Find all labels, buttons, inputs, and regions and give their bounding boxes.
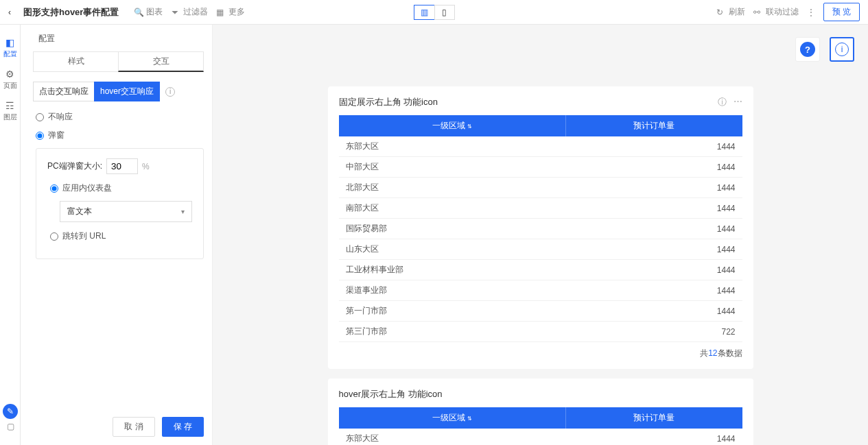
desktop-icon: ▥ xyxy=(421,8,428,17)
interaction-subtabs: 点击交互响应 hover交互响应 i xyxy=(33,82,204,101)
chevron-down-icon: ▾ xyxy=(181,208,185,215)
mobile-device-button[interactable]: ▯ xyxy=(434,5,455,20)
cell-value: 1444 xyxy=(566,239,742,260)
col-orders[interactable]: 预计订单量 xyxy=(566,407,742,429)
sort-icon: ⇅ xyxy=(467,123,472,130)
overflow-menu-icon[interactable]: ⋮ xyxy=(807,8,815,17)
table-row[interactable]: 国际贸易部1444 xyxy=(339,219,742,239)
question-icon: ? xyxy=(800,42,815,57)
layers-icon: ☶ xyxy=(1,100,20,111)
popup-size-row: PC端弹窗大小: % xyxy=(47,158,192,174)
cell-region: 东部大区 xyxy=(339,136,566,157)
refresh-button[interactable]: ↻刷新 xyxy=(716,6,745,18)
help-floating-button[interactable]: ? xyxy=(795,37,820,62)
table-row[interactable]: 山东大区1444 xyxy=(339,239,742,260)
col-region[interactable]: 一级区域⇅ xyxy=(339,407,566,429)
config-tabs: 样式 交互 xyxy=(33,51,204,72)
canvas-area: ? i 固定展示右上角 功能icon ⓘ ⋯ 一级区域⇅ 预计订单量 东部大区1… xyxy=(213,25,868,445)
link-filter-button[interactable]: ⚯联动过滤 xyxy=(753,6,799,18)
cell-region: 北部大区 xyxy=(339,178,566,198)
cell-region: 第三门市部 xyxy=(339,322,566,342)
cancel-button[interactable]: 取 消 xyxy=(113,417,154,437)
sidenav-config[interactable]: ◧配置 xyxy=(1,37,20,59)
page-title: 图形支持hover事件配置 xyxy=(23,6,119,19)
table-row[interactable]: 工业材料事业部1444 xyxy=(339,260,742,280)
total-row: 共12条数据 xyxy=(339,342,742,359)
cell-value: 1444 xyxy=(566,301,742,322)
link-icon: ⚯ xyxy=(753,8,763,17)
cell-region: 南部大区 xyxy=(339,198,566,219)
table-row[interactable]: 第三门市部722 xyxy=(339,322,742,342)
table-row[interactable]: 东部大区1444 xyxy=(339,136,742,157)
cell-value: 1444 xyxy=(566,280,742,301)
sidenav-page[interactable]: ⚙页面 xyxy=(1,69,20,91)
table-row[interactable]: 南部大区1444 xyxy=(339,198,742,219)
widget-more-icon[interactable]: ⋯ xyxy=(734,96,742,108)
filter-icon: ⏷ xyxy=(171,8,180,17)
back-icon[interactable]: ‹ xyxy=(8,8,19,17)
subtab-click[interactable]: 点击交互响应 xyxy=(33,82,94,101)
info-circle-icon: i xyxy=(835,43,849,56)
widget-fixed-icons: 固定展示右上角 功能icon ⓘ ⋯ 一级区域⇅ 预计订单量 东部大区1444中… xyxy=(328,86,753,369)
cell-value: 1444 xyxy=(566,260,742,280)
table-row[interactable]: 东部大区1444 xyxy=(339,429,742,445)
refresh-icon: ↻ xyxy=(716,8,726,17)
tab-interact[interactable]: 交互 xyxy=(118,51,204,72)
preview-button[interactable]: 预 览 xyxy=(823,3,860,21)
popup-size-label: PC端弹窗大小: xyxy=(47,160,102,172)
widget-hover-icons: hover展示右上角 功能icon 一级区域⇅ 预计订单量 东部大区1444中部… xyxy=(328,378,753,445)
book-icon[interactable]: ▢ xyxy=(3,419,18,434)
cell-value: 1444 xyxy=(566,219,742,239)
table-row[interactable]: 中部大区1444 xyxy=(339,157,742,178)
cell-value: 1444 xyxy=(566,429,742,445)
subtab-hover[interactable]: hover交互响应 xyxy=(94,82,160,101)
cell-value: 722 xyxy=(566,322,742,342)
more-button[interactable]: ▦更多 xyxy=(216,6,245,18)
cell-region: 国际贸易部 xyxy=(339,219,566,239)
filter-button[interactable]: ⏷过滤器 xyxy=(171,6,208,18)
cell-region: 渠道事业部 xyxy=(339,280,566,301)
cell-region: 第一门市部 xyxy=(339,301,566,322)
widget-title: hover展示右上角 功能icon xyxy=(339,388,443,400)
cell-value: 1444 xyxy=(566,198,742,219)
widget-info-icon[interactable]: ⓘ xyxy=(718,96,727,108)
save-button[interactable]: 保 存 xyxy=(162,417,204,437)
data-table-1: 一级区域⇅ 预计订单量 东部大区1444中部大区1444北部大区1444南部大区… xyxy=(339,115,742,342)
cell-value: 1444 xyxy=(566,136,742,157)
richtext-select[interactable]: 富文本▾ xyxy=(60,201,192,222)
chart-button[interactable]: 🔍图表 xyxy=(134,6,163,18)
table-row[interactable]: 北部大区1444 xyxy=(339,178,742,198)
config-panel: 配置 样式 交互 点击交互响应 hover交互响应 i 不响应 弹窗 PC端弹窗… xyxy=(21,25,213,445)
radio-no-response[interactable]: 不响应 xyxy=(33,111,204,123)
info-icon[interactable]: i xyxy=(165,87,175,97)
more-apps-icon: ▦ xyxy=(216,8,226,17)
side-nav: ◧配置 ⚙页面 ☶图层 ✎ ▢ xyxy=(0,25,21,445)
config-footer: 取 消 保 存 xyxy=(33,409,204,437)
tab-style[interactable]: 样式 xyxy=(33,51,118,72)
popup-size-input[interactable] xyxy=(106,158,138,174)
col-orders[interactable]: 预计订单量 xyxy=(566,115,742,136)
table-row[interactable]: 渠道事业部1444 xyxy=(339,280,742,301)
radio-popup[interactable]: 弹窗 xyxy=(33,130,204,141)
device-toggle: ▥ ▯ xyxy=(414,5,455,20)
gear-icon: ⚙ xyxy=(1,69,20,80)
desktop-device-button[interactable]: ▥ xyxy=(414,5,434,20)
cell-value: 1444 xyxy=(566,178,742,198)
magnify-chart-icon: 🔍 xyxy=(134,8,143,17)
sidenav-layer[interactable]: ☶图层 xyxy=(1,100,20,122)
sort-icon: ⇅ xyxy=(467,416,472,422)
chat-help-icon[interactable]: ✎ xyxy=(3,404,18,419)
popup-config-box: PC端弹窗大小: % 应用内仪表盘 富文本▾ 跳转到 URL xyxy=(36,148,204,259)
config-bars-icon: ◧ xyxy=(1,37,20,48)
cell-value: 1444 xyxy=(566,157,742,178)
info-floating-button[interactable]: i xyxy=(830,37,854,62)
table-row[interactable]: 第一门市部1444 xyxy=(339,301,742,322)
cell-region: 中部大区 xyxy=(339,157,566,178)
radio-internal-dashboard[interactable]: 应用内仪表盘 xyxy=(47,182,192,194)
radio-url[interactable]: 跳转到 URL xyxy=(47,230,192,242)
mobile-icon: ▯ xyxy=(442,8,447,17)
cell-region: 山东大区 xyxy=(339,239,566,260)
data-table-2: 一级区域⇅ 预计订单量 东部大区1444中部大区1444北部大区1444南部大区… xyxy=(339,407,742,445)
cell-region: 工业材料事业部 xyxy=(339,260,566,280)
col-region[interactable]: 一级区域⇅ xyxy=(339,115,566,136)
